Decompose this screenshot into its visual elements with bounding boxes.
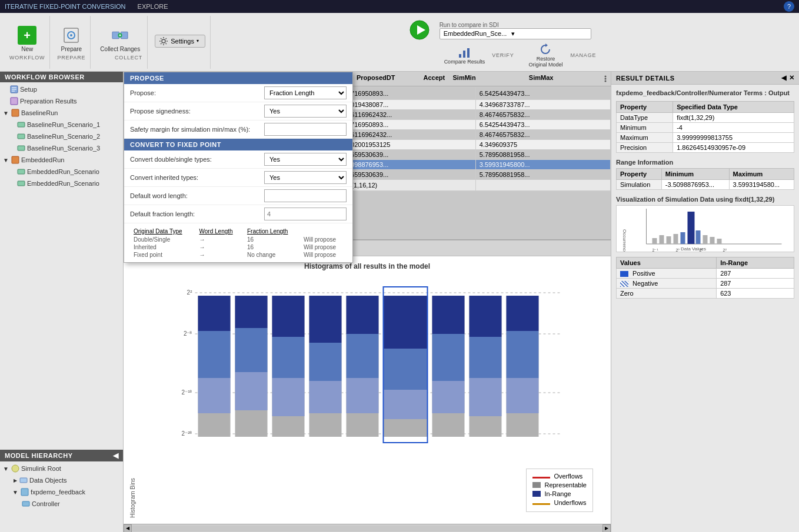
svg-rect-70: [432, 381, 465, 413]
default-fraction-row: Default fraction length: 4: [124, 205, 352, 223]
convert-inherited-select[interactable]: Yes No: [264, 171, 347, 184]
tree-expand-icon[interactable]: ▼: [2, 156, 9, 163]
signedness-row: Propose signedness: Yes No: [124, 102, 352, 121]
sidebar-item-preparation-results[interactable]: Preparation Results: [0, 95, 123, 107]
svg-rect-20: [12, 109, 19, 116]
prepare-icon: [62, 26, 81, 45]
main-layout: WORKFLOW BROWSER Setup Preparation Resul…: [0, 72, 799, 532]
sidebar-item-embedded-run[interactable]: ▼ EmbeddedRun: [0, 154, 123, 166]
representable-color: [532, 482, 541, 488]
setup-icon: [9, 85, 19, 94]
convert-double-select[interactable]: Yes No: [264, 153, 347, 166]
svg-rect-60: [347, 334, 379, 378]
tree-expand-icon[interactable]: ▼: [12, 488, 19, 496]
svg-rect-91: [717, 239, 722, 244]
svg-rect-52: [272, 337, 305, 378]
svg-marker-14: [545, 44, 548, 47]
collect-section-label: COLLECT: [115, 55, 142, 61]
viz-title: Visualization of Simulation Data using f…: [616, 196, 794, 203]
table-row: DataType fixdt(1,32,29): [617, 113, 794, 123]
safety-margin-input[interactable]: 2: [264, 123, 347, 136]
col-header-settings: [601, 74, 611, 83]
workflow-group: + New WORKFLOW: [5, 16, 50, 69]
verify-section-label: VERIFY: [492, 52, 514, 58]
collapse-model-hierarchy-icon[interactable]: ◀: [113, 451, 119, 460]
propose-control: Fraction Length Word Length Both: [264, 86, 347, 99]
tree-expand-icon[interactable]: ▼: [2, 109, 9, 116]
svg-rect-73: [470, 337, 502, 378]
bottom-scrollbar: ◀ ▶: [124, 524, 611, 532]
simmin-cell: -4.3019438087...: [336, 100, 476, 110]
new-button[interactable]: + New: [15, 24, 39, 55]
left-sidebar: WORKFLOW BROWSER Setup Preparation Resul…: [0, 72, 124, 532]
compare-results-button[interactable]: Compare Results: [440, 45, 490, 66]
settings-dropdown[interactable]: Settings ▾: [155, 35, 205, 48]
sidebar-item-baseline-run[interactable]: ▼ BaselineRun: [0, 107, 123, 119]
prepare-button[interactable]: Prepare: [59, 24, 85, 55]
explore-tab[interactable]: EXPLORE: [138, 3, 168, 10]
signedness-select[interactable]: Yes No: [264, 105, 347, 118]
svg-rect-59: [347, 296, 379, 334]
collect-ranges-label: Collect Ranges: [100, 46, 140, 52]
sidebar-item-baseline-s3[interactable]: BaselineRun_Scenario_3: [0, 142, 123, 154]
tree-leaf-icon: [2, 86, 9, 93]
default-word-input[interactable]: 16: [264, 189, 347, 202]
svg-rect-82: [652, 238, 657, 244]
table-row: Minimum -4: [617, 123, 794, 133]
collect-ranges-button[interactable]: Collect Ranges: [98, 24, 142, 55]
table-row: Inherited → 16 Will propose: [130, 243, 347, 251]
tree-item-simulink-root[interactable]: ▼ Simulink Root: [0, 463, 123, 474]
tree-item-fxpdemo[interactable]: ▼ fxpdemo_feedback: [0, 486, 123, 498]
sidebar-item-baseline-s1[interactable]: BaselineRun_Scenario_1: [0, 119, 123, 131]
scroll-right-icon[interactable]: ▶: [602, 524, 611, 533]
compare-icon: [458, 46, 471, 59]
simulink-root-label: Simulink Root: [21, 465, 61, 472]
propose-select[interactable]: Fraction Length Word Length Both: [264, 86, 347, 99]
default-fraction-input[interactable]: 4: [264, 208, 347, 220]
convert-double-label: Convert double/single types:: [130, 156, 264, 163]
sidebar-item-baseline-s2[interactable]: BaselineRun_Scenario_2: [0, 131, 123, 142]
col-original-type: Original Data Type: [130, 227, 196, 236]
tree-item-controller[interactable]: Controller: [0, 498, 123, 510]
preparation-results-label: Preparation Results: [20, 98, 77, 105]
safety-margin-label: Safety margin for simulation min/max (%)…: [130, 126, 264, 133]
restore-button[interactable]: Restore Original Model: [523, 42, 568, 69]
default-fraction-control: 4: [264, 208, 347, 220]
prop-precision: Precision: [617, 143, 673, 153]
svg-rect-85: [674, 234, 678, 244]
sidebar-item-embedded-s1[interactable]: EmbeddedRun_Scenario: [0, 166, 123, 178]
underflow-color: [532, 503, 550, 505]
scroll-track[interactable]: [132, 526, 602, 531]
svg-text:2⁻⁸: 2⁻⁸: [184, 330, 192, 337]
new-icon: +: [18, 26, 36, 45]
chevron-down-icon: ▾: [197, 38, 199, 44]
convert-double-row: Convert double/single types: Yes No: [124, 150, 352, 169]
range-info-title: Range Information: [616, 159, 794, 166]
simmax-cell: 8.46746575832...: [475, 110, 610, 120]
svg-rect-21: [18, 122, 25, 127]
word-2: 16: [244, 243, 300, 251]
settings-label: Settings: [171, 38, 194, 45]
legend-underflows: Underflows: [532, 499, 587, 506]
arrow-1: →: [196, 236, 244, 243]
tree-expand-icon[interactable]: ▼: [2, 465, 9, 472]
prepare-label: Prepare: [61, 46, 82, 52]
convert-double-control: Yes No: [264, 153, 347, 166]
sidebar-item-embedded-s2[interactable]: EmbeddedRun_Scenario: [0, 178, 123, 189]
help-button[interactable]: ?: [784, 1, 794, 12]
embedded-run-label: EmbeddedRun: [21, 156, 64, 163]
range-sim-prop: Simulation: [617, 180, 662, 190]
tree-expand-icon[interactable]: ▶: [12, 477, 19, 484]
sidebar-item-setup[interactable]: Setup: [0, 83, 123, 95]
scroll-left-icon[interactable]: ◀: [124, 524, 132, 533]
simmin-cell: -5.7659530639...: [336, 150, 476, 160]
run-icon[interactable]: [409, 19, 430, 41]
tree-item-data-objects[interactable]: ▶ Data Objects: [0, 474, 123, 486]
svg-rect-23: [18, 146, 25, 150]
svg-text:2⁻²⁸: 2⁻²⁸: [182, 430, 192, 437]
prop-minimum: Minimum: [617, 123, 673, 133]
close-right-icon[interactable]: ✕: [789, 74, 795, 82]
embedded-dropdown[interactable]: EmbeddedRun_Sce... ▾: [440, 28, 592, 39]
collapse-right-icon[interactable]: ◀: [781, 74, 787, 82]
svg-rect-65: [384, 390, 428, 419]
